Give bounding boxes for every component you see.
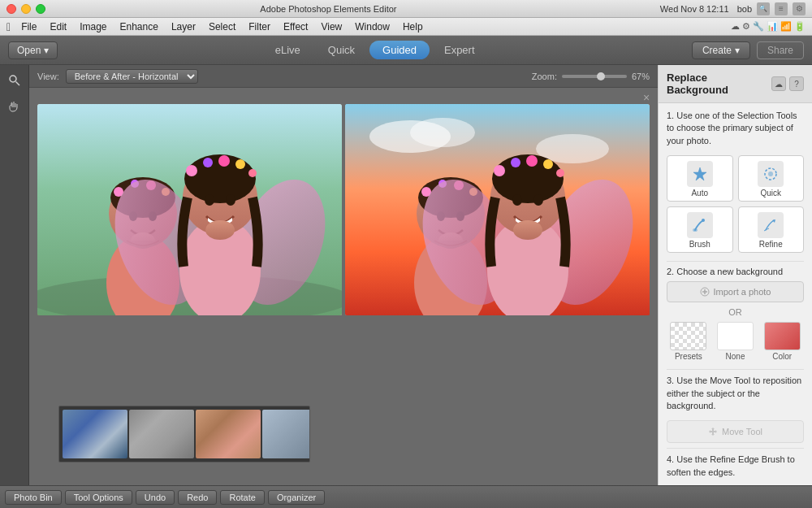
user-display: bob [737,4,752,14]
preset-grid: Presets None Color [667,322,804,361]
step4-text: 4. Use the Refine Edge Brush to soften t… [667,454,804,479]
svg-point-20 [226,194,235,206]
quick-tool-label: Quick [760,189,781,198]
menu-view[interactable]: View [315,20,348,34]
panel-header-icons: ☁ ? [771,76,804,91]
undo-button[interactable]: Undo [136,490,175,505]
tab-elive[interactable]: eLive [262,41,313,59]
import-photo-btn[interactable]: Import a photo [667,281,804,302]
zoom-slider[interactable] [562,75,627,78]
tab-quick[interactable]: Quick [315,41,368,59]
menu-window[interactable]: Window [349,20,395,34]
svg-point-48 [494,165,505,176]
auto-tool-label: Auto [691,189,708,198]
cloud-icon[interactable]: ☁ [771,76,786,91]
share-button[interactable]: Share [757,41,804,59]
svg-point-47 [533,194,543,206]
after-photo [345,104,650,315]
create-label: Create [702,45,732,56]
tool-auto[interactable]: Auto [667,155,733,202]
organizer-button[interactable]: Organizer [268,490,325,505]
menu-effect[interactable]: Effect [278,20,313,34]
search-icon[interactable]: 🔍 [757,2,770,15]
svg-point-19 [205,194,214,206]
step1-text: 1. Use one of the Selection Tools to cho… [667,110,804,147]
svg-point-22 [203,158,213,167]
menu-file[interactable]: File [15,20,42,34]
help-icon[interactable]: ? [789,76,804,91]
view-label: View: [37,72,59,81]
svg-point-55 [768,172,773,176]
svg-line-1 [15,82,19,86]
divider-2 [667,369,804,370]
move-tool-label: Move Tool [722,427,762,436]
menu-enhance[interactable]: Enhance [114,20,164,34]
thumb-item[interactable] [262,410,310,458]
zoom-controls: Zoom: 67% [532,72,650,81]
step3-text: 3. Use the Move Tool to reposition eithe… [667,375,804,412]
canvas-area: View: Before & After - Horizontal Before… [29,65,658,485]
menu-image[interactable]: Image [74,20,112,34]
share-label: Share [767,45,793,56]
hand-tool[interactable] [4,96,25,117]
svg-point-56 [702,219,705,222]
tool-options-button[interactable]: Tool Options [65,490,132,505]
tool-brush[interactable]: Brush [667,206,733,253]
step2-text: 2. Choose a new background [667,267,804,276]
none-thumb [717,322,754,350]
svg-point-25 [248,169,257,177]
before-photo [37,104,342,315]
open-button[interactable]: Open ▾ [8,41,58,59]
preset-color[interactable]: Color [760,322,804,361]
main-layout: View: Before & After - Horizontal Before… [0,65,812,485]
view-select[interactable]: Before & After - Horizontal Before & Aft… [66,69,198,84]
settings-icon[interactable]: ⚙ [793,2,806,15]
apple-logo[interactable]:  [6,20,11,33]
import-label: Import a photo [714,287,771,297]
view-bar: View: Before & After - Horizontal Before… [29,65,658,88]
preset-presets[interactable]: Presets [667,322,710,361]
after-panel [345,104,650,469]
svg-point-23 [218,155,230,167]
tab-guided[interactable]: Guided [369,41,430,59]
svg-point-29 [410,118,475,147]
zoom-tool[interactable] [4,70,25,91]
thumb-item[interactable] [129,410,194,458]
redo-button[interactable]: Redo [178,490,217,505]
menu-select[interactable]: Select [203,20,241,34]
open-dropdown-icon[interactable]: ▾ [44,45,49,56]
app-title: Adobe Photoshop Elements Editor [2,4,655,14]
thumb-item[interactable] [196,410,261,458]
tool-quick[interactable]: Quick [738,155,805,202]
panel-content: 1. Use one of the Selection Tools to cho… [659,103,812,485]
notification-icon[interactable]: ≡ [775,2,788,15]
create-button[interactable]: Create ▾ [692,41,750,59]
quick-tool-icon [758,161,784,187]
thumb-item[interactable] [63,410,127,458]
zoom-value: 67% [632,72,650,81]
menu-layer[interactable]: Layer [166,20,201,34]
rotate-button[interactable]: Rotate [220,490,264,505]
title-bar-right: Wed Nov 8 12:11 bob 🔍 ≡ ⚙ [660,2,806,15]
menu-edit[interactable]: Edit [44,20,72,34]
presets-thumb [670,322,706,350]
menu-bar:  File Edit Image Enhance Layer Select F… [0,18,812,36]
menu-help[interactable]: Help [397,20,429,34]
import-icon [700,287,710,297]
menu-filter[interactable]: Filter [243,20,276,34]
divider-3 [667,448,804,449]
auto-tool-icon [687,161,713,187]
image-canvas: × [29,88,658,485]
svg-point-26 [205,220,235,240]
tab-expert[interactable]: Expert [431,41,488,59]
photo-bin-button[interactable]: Photo Bin [5,490,62,505]
title-bar: Adobe Photoshop Elements Editor Wed Nov … [0,0,812,18]
preset-none[interactable]: None [714,322,758,361]
refine-tool-icon [758,212,784,238]
divider-1 [667,261,804,262]
close-canvas-btn[interactable]: × [640,91,653,104]
svg-point-24 [235,159,245,169]
tool-refine[interactable]: Refine [738,206,805,253]
move-tool-btn[interactable]: Move Tool [667,420,804,443]
bottom-bar: Photo Bin Tool Options Undo Redo Rotate … [0,485,812,508]
